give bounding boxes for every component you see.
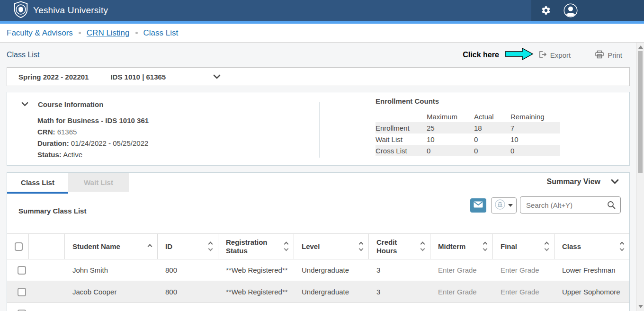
header-registration-status[interactable]: Registration Status: [218, 234, 294, 259]
duration-line: Duration: 01/24/2022 - 05/25/2022: [37, 138, 149, 149]
status-value: Active: [63, 151, 82, 159]
enrollment-counts-table: Maximum Actual Remaining Enrollment 25 1…: [376, 111, 560, 156]
row-checkbox[interactable]: [18, 288, 26, 296]
select-all-header: [7, 234, 29, 259]
header-level[interactable]: Level: [294, 234, 369, 259]
print-label: Print: [608, 51, 622, 59]
title-actions: Click here Export: [463, 47, 622, 63]
cell-final-enter-grade[interactable]: Enter Grade: [493, 266, 555, 274]
scroll-down-arrow-icon[interactable]: [638, 305, 643, 308]
bank-columns-icon: [495, 199, 505, 212]
breadcrumb: Faculty & Advisors CRN Listing Class Lis…: [0, 24, 644, 43]
export-icon: [538, 50, 547, 61]
breadcrumb-faculty-advisors[interactable]: Faculty & Advisors: [7, 28, 73, 38]
enrollment-header-row: Maximum Actual Remaining: [376, 111, 560, 122]
tab-wait-list-label: Wait List: [84, 178, 113, 187]
sort-icons: [359, 242, 363, 250]
cell-level: Undergraduate: [294, 266, 369, 274]
view-mode-selector[interactable]: Summary View: [546, 178, 619, 186]
cell-midterm-enter-grade[interactable]: Enter Grade: [430, 288, 493, 296]
chevron-down-icon: [213, 72, 221, 81]
crn-line: CRN: 61365: [37, 126, 149, 138]
envelope-icon: [474, 201, 483, 210]
content-area: Class List Click here Export: [0, 43, 644, 311]
header-credit-hours[interactable]: Credit Hours: [369, 234, 430, 259]
header-label: Level: [302, 242, 320, 251]
filter-options-button[interactable]: [491, 197, 517, 213]
vertical-divider: [319, 102, 320, 158]
header-id[interactable]: ID: [158, 234, 218, 259]
course-information-card: Course Information Math for Business - I…: [7, 92, 630, 166]
row-remaining: 7: [510, 124, 559, 132]
row-maximum: 0: [427, 147, 474, 155]
col-remaining: Remaining: [510, 113, 559, 121]
caret-down-icon: [508, 204, 513, 207]
header-class[interactable]: Class: [555, 234, 629, 259]
export-button[interactable]: Export: [538, 50, 571, 61]
tab-class-list-label: Class List: [21, 178, 54, 187]
course-information-collapse[interactable]: Course Information: [21, 100, 103, 108]
section-title: Summary Class List: [18, 207, 86, 215]
scroll-up-arrow-icon[interactable]: [638, 45, 643, 49]
sort-icons: [209, 242, 212, 250]
breadcrumb-class-list[interactable]: Class List: [143, 28, 179, 38]
search-input[interactable]: [520, 196, 621, 213]
search-container: [520, 196, 621, 213]
cell-student-name: Jacob Cooper: [65, 288, 158, 296]
header-label: Final: [501, 242, 517, 251]
search-icon[interactable]: [607, 200, 616, 212]
enrollment-counts-title: Enrollment Counts: [376, 97, 560, 105]
row-actual: 0: [474, 135, 510, 143]
crn-value: 61365: [57, 128, 77, 136]
app-header: Yeshiva University: [0, 0, 644, 21]
cell-registration-status: **Web Registered**: [218, 266, 294, 274]
status-label: Status:: [37, 151, 62, 159]
col-maximum: Maximum: [427, 113, 474, 121]
scrollbar-thumb[interactable]: [638, 51, 643, 173]
sort-icons: [285, 242, 288, 250]
annotation-arrow-icon: [505, 47, 534, 63]
crn-label: CRN:: [37, 128, 55, 136]
breadcrumb-crn-listing[interactable]: CRN Listing: [87, 28, 130, 38]
page-title: Class List: [7, 51, 39, 59]
waitlist-row: Wait List 10 0 10: [376, 133, 560, 145]
cell-final-enter-grade[interactable]: Enter Grade: [493, 288, 555, 296]
row-checkbox[interactable]: [18, 310, 26, 311]
term-course-selector[interactable]: Spring 2022 - 202201 IDS 1010 | 61365: [7, 67, 630, 86]
print-button[interactable]: Print: [594, 50, 622, 61]
breadcrumb-separator-icon: [79, 32, 81, 34]
print-icon: [594, 50, 605, 61]
row-remaining: 0: [510, 147, 559, 155]
term-value: Spring 2022 - 202201: [18, 73, 89, 81]
tab-wait-list[interactable]: Wait List: [68, 173, 129, 192]
brand: Yeshiva University: [0, 1, 108, 20]
select-all-checkbox[interactable]: [15, 242, 23, 251]
cell-midterm-enter-grade[interactable]: Enter Grade: [430, 266, 493, 274]
duration-value: 01/24/2022 - 05/25/2022: [71, 139, 148, 147]
enrollment-row: Enrollment 25 18 7: [376, 122, 560, 133]
cell-class: Upper Sophomore: [555, 288, 629, 296]
duration-label: Duration:: [37, 139, 69, 147]
crosslist-row: Cross List 0 0 0: [376, 145, 560, 156]
user-avatar-icon[interactable]: [563, 2, 579, 18]
header-label: Class: [562, 242, 581, 251]
settings-gear-icon[interactable]: [538, 2, 554, 18]
cell-class: Lower Freshman: [555, 266, 629, 274]
vertical-scrollbar[interactable]: [636, 43, 644, 311]
page-title-row: Class List Click here Export: [0, 43, 644, 67]
cell-registration-status: **Web Registered**: [218, 288, 294, 296]
tab-class-list[interactable]: Class List: [7, 173, 68, 192]
header-midterm[interactable]: Midterm: [430, 234, 493, 259]
header-blank: [29, 234, 65, 259]
class-list-panel: Class List Wait List Summary View Summar…: [7, 172, 630, 311]
header-student-name[interactable]: Student Name: [65, 234, 158, 259]
table-toolbar: Summary Class List: [7, 192, 629, 233]
row-actual: 18: [474, 124, 510, 132]
class-list-table: Student Name ID Registration Status Leve…: [7, 233, 629, 311]
header-label: Registration Status: [226, 238, 273, 255]
email-button[interactable]: [470, 198, 486, 213]
header-final[interactable]: Final: [493, 234, 555, 259]
row-actual: 0: [474, 147, 510, 155]
view-mode-label: Summary View: [546, 178, 600, 186]
row-checkbox[interactable]: [18, 266, 26, 275]
